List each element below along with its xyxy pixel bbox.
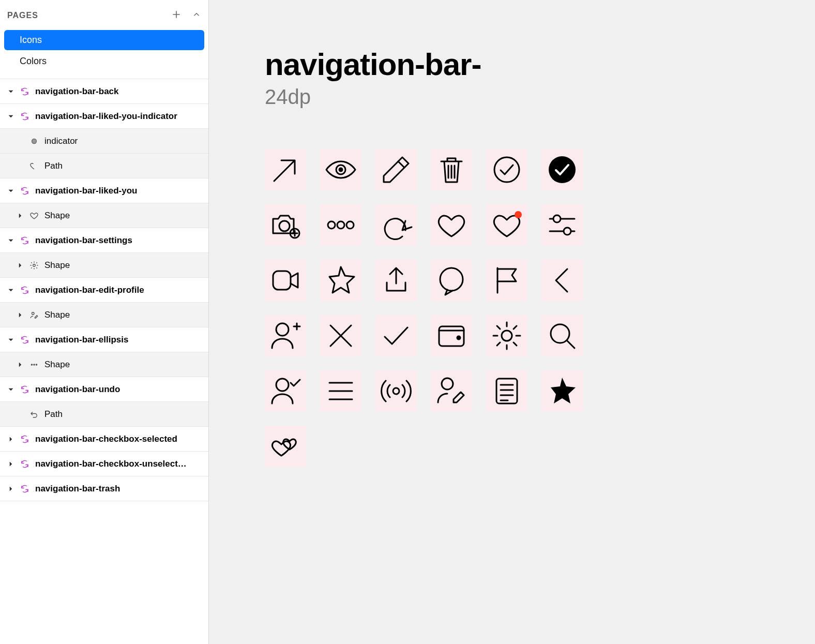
sync-icon: [20, 484, 30, 493]
layer-label: Shape: [44, 211, 204, 221]
user-check-icon[interactable]: [265, 370, 306, 412]
svg-point-16: [553, 215, 561, 222]
page-item-label: Colors: [20, 56, 47, 66]
page-item-label: Icons: [20, 35, 42, 45]
layer-child[interactable]: Path: [0, 154, 208, 178]
share-icon[interactable]: [375, 260, 417, 301]
svg-point-12: [328, 221, 335, 229]
x-icon[interactable]: [320, 315, 361, 356]
user-edit-icon: [29, 310, 39, 320]
layer-label: navigation-bar-checkbox-unselect…: [35, 459, 204, 469]
canvas[interactable]: navigation-bar- 24dp: [209, 0, 815, 644]
layer-group[interactable]: navigation-bar-checkbox-unselect…: [0, 452, 208, 476]
gear-icon[interactable]: [486, 315, 527, 356]
flag-icon[interactable]: [486, 260, 527, 301]
canvas-title: navigation-bar-: [265, 47, 815, 82]
star-icon[interactable]: [320, 260, 361, 301]
sync-icon: [20, 459, 30, 469]
circle-check-filled-icon[interactable]: [541, 149, 583, 190]
layers-panel: navigation-bar-backnavigation-bar-liked-…: [0, 79, 208, 644]
svg-point-19: [440, 268, 463, 291]
gear-icon: [29, 261, 39, 270]
sidebar: PAGES Icons Colors navigation-bar-backna…: [0, 0, 209, 644]
check-icon[interactable]: [375, 315, 417, 356]
circle-check-icon[interactable]: [486, 149, 527, 190]
pages-header-label: PAGES: [7, 11, 38, 20]
trash-icon[interactable]: [431, 149, 472, 190]
menu-icon[interactable]: [320, 370, 361, 412]
chevron-left-icon[interactable]: [541, 260, 583, 301]
svg-point-26: [393, 388, 399, 394]
user-edit-icon[interactable]: [431, 370, 472, 412]
user-plus-icon[interactable]: [265, 315, 306, 356]
svg-point-15: [515, 211, 522, 218]
svg-point-10: [279, 221, 290, 231]
svg-point-2: [32, 312, 35, 314]
sliders-icon[interactable]: [541, 204, 583, 246]
dot-icon: [29, 137, 39, 146]
page-item-colors[interactable]: Colors: [4, 51, 204, 71]
layer-label: navigation-bar-checkbox-selected: [35, 434, 204, 444]
svg-rect-18: [273, 271, 291, 290]
sync-icon: [20, 87, 30, 96]
svg-point-3: [31, 364, 32, 365]
layer-group[interactable]: navigation-bar-settings: [0, 228, 208, 253]
layer-group[interactable]: navigation-bar-checkbox-selected: [0, 427, 208, 452]
camera-plus-icon[interactable]: [265, 204, 306, 246]
wallet-icon[interactable]: [431, 315, 472, 356]
layer-group[interactable]: navigation-bar-trash: [0, 476, 208, 501]
layer-label: Path: [44, 161, 204, 171]
page-list: Icons Colors: [0, 27, 208, 79]
hearts-icon[interactable]: [265, 426, 306, 467]
svg-point-20: [276, 323, 289, 336]
layer-group[interactable]: navigation-bar-back: [0, 79, 208, 104]
layer-group[interactable]: navigation-bar-liked-you: [0, 178, 208, 203]
heart-icon[interactable]: [431, 204, 472, 246]
document-icon[interactable]: [486, 370, 527, 412]
svg-point-1: [33, 264, 36, 266]
broadcast-icon[interactable]: [375, 370, 417, 412]
video-icon[interactable]: [265, 260, 306, 301]
layer-label: Shape: [44, 260, 204, 271]
layer-child[interactable]: Path: [0, 402, 208, 427]
svg-point-5: [36, 364, 37, 365]
layer-group[interactable]: navigation-bar-liked-you-indicator: [0, 104, 208, 129]
page-item-icons[interactable]: Icons: [4, 30, 204, 50]
layer-child[interactable]: Shape: [0, 303, 208, 327]
svg-point-27: [442, 378, 453, 390]
heart-icon: [29, 211, 39, 220]
sync-icon: [20, 236, 30, 245]
canvas-subtitle: 24dp: [265, 85, 815, 109]
sync-icon: [20, 286, 30, 295]
layer-label: indicator: [44, 136, 204, 146]
svg-point-8: [494, 157, 519, 182]
search-icon[interactable]: [541, 315, 583, 356]
pencil-icon[interactable]: [375, 149, 417, 190]
star-filled-icon[interactable]: [541, 370, 583, 412]
arrow-cursor-icon[interactable]: [265, 149, 306, 190]
add-page-icon[interactable]: [171, 9, 182, 22]
layer-label: Shape: [44, 360, 204, 370]
chat-bubble-icon[interactable]: [431, 260, 472, 301]
layer-label: navigation-bar-trash: [35, 484, 204, 494]
heart-indicator-icon[interactable]: [486, 204, 527, 246]
layer-child[interactable]: Shape: [0, 203, 208, 228]
sync-icon: [20, 186, 30, 196]
layer-label: navigation-bar-back: [35, 86, 204, 97]
layer-group[interactable]: navigation-bar-edit-profile: [0, 278, 208, 303]
layer-label: Path: [44, 409, 204, 420]
layer-child[interactable]: indicator: [0, 129, 208, 154]
layer-label: navigation-bar-edit-profile: [35, 285, 204, 295]
layer-child[interactable]: Shape: [0, 352, 208, 377]
ellipsis-icon[interactable]: [320, 204, 361, 246]
layer-group[interactable]: navigation-bar-ellipsis: [0, 327, 208, 352]
collapse-pages-icon[interactable]: [192, 10, 201, 21]
undo-icon[interactable]: [375, 204, 417, 246]
svg-point-14: [346, 221, 354, 229]
sync-icon: [20, 385, 30, 394]
layer-label: navigation-bar-ellipsis: [35, 335, 204, 345]
svg-point-22: [457, 336, 460, 339]
eye-icon[interactable]: [320, 149, 361, 190]
layer-child[interactable]: Shape: [0, 253, 208, 278]
layer-group[interactable]: navigation-bar-undo: [0, 377, 208, 402]
